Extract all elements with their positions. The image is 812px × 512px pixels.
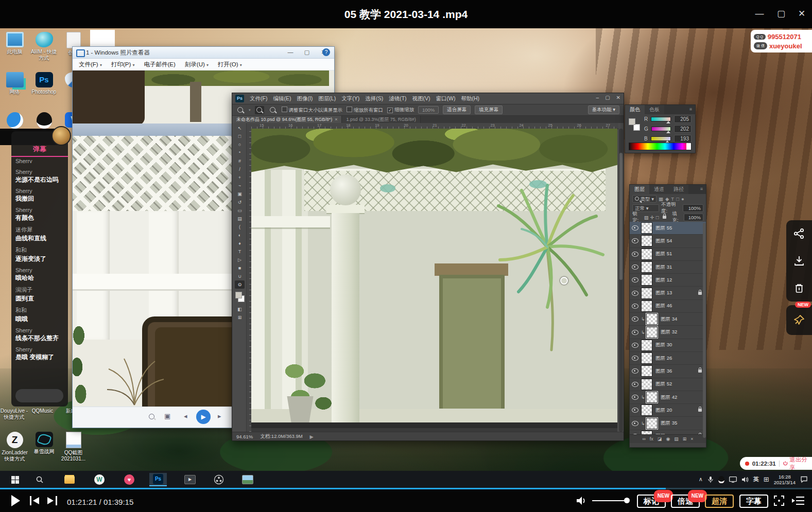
layer-row[interactable]: ↳ 图层 36 xyxy=(630,365,706,378)
layer-name[interactable]: 图层 12 xyxy=(655,277,706,284)
layer-row[interactable]: ↳ 图层 32 xyxy=(630,326,706,339)
layer-visibility-eye-icon[interactable] xyxy=(632,304,638,309)
pv-menu-item[interactable]: 打开(O) ▾ xyxy=(218,61,242,68)
tray-expand-icon[interactable]: ∧ xyxy=(699,476,703,483)
layer-thumbnail[interactable] xyxy=(641,249,652,260)
tool-gradient-icon[interactable]: ▤ xyxy=(235,215,245,223)
pv-next-icon[interactable]: ▸ xyxy=(218,412,221,420)
layer-thumbnail[interactable] xyxy=(641,301,652,312)
layer-filter-icons[interactable]: ▦◆T□● xyxy=(659,196,686,202)
green-slider[interactable] xyxy=(651,127,671,131)
quick-mask-icon[interactable]: ◧ xyxy=(235,305,245,313)
zoom-tool-preset-icon[interactable] xyxy=(235,106,245,114)
layer-visibility-eye-icon[interactable] xyxy=(632,238,638,243)
taskbar-heart-app-icon[interactable]: ♥ xyxy=(123,473,136,486)
tray-display-icon[interactable] xyxy=(729,476,737,483)
status-expand-icon[interactable]: ▶ xyxy=(310,434,314,439)
tool-history-icon[interactable]: ↺ xyxy=(235,198,245,206)
lock-icons[interactable]: ▨✛□ xyxy=(644,215,661,220)
layer-row[interactable]: ↳ 图层 42 xyxy=(630,391,706,404)
tool-move-icon[interactable]: ↖ xyxy=(235,124,245,132)
streamer-avatar[interactable] xyxy=(51,126,71,146)
red-slider[interactable] xyxy=(651,117,671,121)
layer-visibility-eye-icon[interactable] xyxy=(632,291,638,296)
layer-visibility-eye-icon[interactable] xyxy=(632,316,638,322)
layer-name[interactable]: 图层 36 xyxy=(655,368,698,375)
ps-menu-item[interactable]: 图像(I) xyxy=(297,95,313,102)
video-frame[interactable]: 此电脑 AliIM - 快捷方式 创作 网络 xyxy=(0,28,812,488)
ps-maximize-button[interactable]: ▢ xyxy=(605,95,610,100)
layer-thumbnail[interactable] xyxy=(641,340,652,351)
new-layer-icon[interactable]: ⊞ xyxy=(683,436,687,442)
layer-filter-type[interactable]: 类型 ▾ xyxy=(632,195,656,203)
ps-menu-item[interactable]: 帮助(H) xyxy=(461,95,480,102)
opt-zoom-all-windows[interactable]: 缩放所有窗口 xyxy=(347,107,383,114)
layer-name[interactable]: 图层 20 xyxy=(655,407,698,414)
document-tab[interactable]: 1.psd @ 33.3%(图层 75, RGB/8#)× xyxy=(342,116,420,123)
fill-value[interactable]: 100% ▾ xyxy=(684,214,703,221)
layer-row[interactable]: ↳ 图层 12 xyxy=(630,274,706,287)
layer-visibility-eye-icon[interactable] xyxy=(632,264,638,270)
tool-eyedropper-icon[interactable]: / xyxy=(235,165,245,173)
layer-thumbnail[interactable] xyxy=(646,313,658,325)
ps-menu-item[interactable]: 编辑(E) xyxy=(273,95,291,102)
document-tab[interactable]: 未命名作品 10.psd @ 94.6%(图层 55, RGB/8*)× xyxy=(232,116,342,123)
panel-menu-icon[interactable]: ≡ xyxy=(689,107,693,112)
desktop-icon-label[interactable]: QQMusic xyxy=(28,408,57,420)
layer-thumbnail[interactable] xyxy=(646,418,658,429)
taskbar-search-icon[interactable] xyxy=(33,473,46,486)
pin-icon[interactable] xyxy=(793,314,805,326)
desktop-icon[interactable]: 暴雪战网 xyxy=(29,430,59,470)
share-icon[interactable] xyxy=(793,228,805,239)
taskbar-obs-icon[interactable] xyxy=(212,473,226,486)
layer-thumbnail[interactable] xyxy=(641,274,652,286)
subtitle-button[interactable]: 字幕 xyxy=(739,495,768,508)
color-spectrum-bar[interactable] xyxy=(629,143,692,150)
tool-wand-icon[interactable]: * xyxy=(235,149,245,157)
pv-minimize-button[interactable]: — xyxy=(283,48,298,57)
layer-row[interactable]: ↳ 图层 31 xyxy=(630,261,706,274)
play-button[interactable] xyxy=(11,495,20,506)
desktop-icon[interactable]: Photoshop xyxy=(29,70,59,110)
layer-row[interactable]: ↳ 图层 46 xyxy=(630,300,706,313)
layer-row[interactable]: ↳ 图层 26 xyxy=(630,352,706,365)
tab-color[interactable]: 颜色 xyxy=(625,105,645,114)
maximize-button[interactable]: ▢ xyxy=(774,7,788,21)
layer-thumbnail[interactable] xyxy=(641,288,652,299)
close-button[interactable]: ✕ xyxy=(795,7,808,21)
tool-blur-icon[interactable]: ( xyxy=(235,223,245,231)
zoom-out-button[interactable] xyxy=(268,106,278,114)
foreground-background-swatches[interactable] xyxy=(235,292,245,302)
ps-menu-item[interactable]: 图层(L) xyxy=(318,95,336,102)
tab-layers[interactable]: 图层 xyxy=(630,185,649,194)
layer-visibility-eye-icon[interactable] xyxy=(632,343,638,348)
layer-row[interactable]: ↳ 图层 20 xyxy=(630,404,706,417)
foreground-color-swatch[interactable] xyxy=(235,292,242,298)
ps-menu-item[interactable]: 窗口(W) xyxy=(436,95,456,102)
download-icon[interactable] xyxy=(793,255,805,267)
layer-visibility-eye-icon[interactable] xyxy=(632,356,638,361)
layer-name[interactable]: 图层 46 xyxy=(655,303,706,309)
layer-row[interactable]: ↳ 图层 54 xyxy=(630,235,706,248)
layer-name[interactable]: 图层 32 xyxy=(661,329,706,336)
layer-name[interactable]: 图层 54 xyxy=(655,238,706,244)
layer-visibility-eye-icon[interactable] xyxy=(632,330,638,335)
layer-row[interactable]: ↳ 图层 30 xyxy=(630,339,706,352)
layer-thumbnail[interactable] xyxy=(641,379,652,390)
layer-style-fx-icon[interactable]: fx xyxy=(650,436,653,442)
pv-menu-item[interactable]: 文件(F) ▾ xyxy=(79,61,102,68)
layer-thumbnail[interactable] xyxy=(641,404,652,416)
pv-menu-item[interactable]: 电子邮件(E) ▾ xyxy=(144,61,175,68)
layer-thumbnail[interactable] xyxy=(646,392,658,403)
layer-thumbnail[interactable] xyxy=(646,327,658,338)
layer-visibility-eye-icon[interactable] xyxy=(632,225,638,231)
workspace-selector[interactable]: 基本功能 ▾ xyxy=(588,105,619,114)
layer-visibility-eye-icon[interactable] xyxy=(632,368,638,374)
action-center-icon[interactable] xyxy=(800,476,808,483)
layer-name[interactable]: 图层 34 xyxy=(661,316,706,323)
layer-visibility-eye-icon[interactable] xyxy=(632,382,638,387)
layer-name[interactable]: 图层 55 xyxy=(655,225,706,232)
ps-menu-item[interactable]: 选择(S) xyxy=(365,95,383,102)
fit-screen-button[interactable]: 适合屏幕 xyxy=(443,105,471,114)
start-button[interactable] xyxy=(8,473,22,486)
